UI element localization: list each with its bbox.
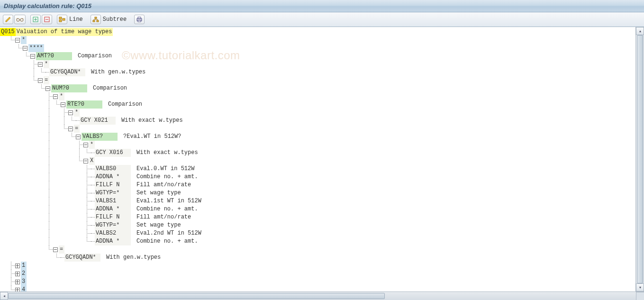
tree-row[interactable]: *	[0, 141, 635, 149]
tree-node-code[interactable]: ADDNA *	[95, 173, 131, 181]
tree-node-code[interactable]: GCY X021	[80, 117, 116, 125]
collapse-node-icon[interactable]	[53, 247, 58, 252]
expand-node-icon[interactable]	[15, 272, 20, 276]
scroll-track[interactable]	[8, 292, 636, 300]
tree-node-code[interactable]: VALBS0	[95, 165, 131, 173]
collapse-node-icon[interactable]	[53, 94, 58, 99]
scroll-down-button[interactable]: ▾	[636, 283, 644, 291]
tree-node-code[interactable]: GCYGQADN*	[64, 254, 100, 262]
tree-node-code[interactable]: WGTYP=*	[95, 221, 131, 229]
tree-node-code[interactable]: 1	[21, 262, 27, 270]
collapse-node-icon[interactable]	[30, 54, 35, 59]
subtree-button[interactable]	[91, 15, 101, 24]
expand-node-icon[interactable]	[15, 264, 20, 268]
collapse-node-icon[interactable]	[83, 159, 88, 164]
tree-row[interactable]: X	[0, 157, 635, 165]
tree-row[interactable]: FILLF N Fill amt/no/rate	[0, 213, 635, 221]
tree-row[interactable]: =	[0, 76, 635, 84]
collapse-button[interactable]	[42, 15, 52, 24]
tree-node-code[interactable]: AMT?0	[36, 52, 72, 60]
tree-row[interactable]: VALBS2 Eval.2nd WT in 512W	[0, 229, 635, 237]
tree-row[interactable]: ****	[0, 44, 635, 52]
tree-node-code[interactable]: VALBS2	[95, 229, 131, 237]
tree-row[interactable]: =	[0, 125, 635, 133]
collapse-node-icon[interactable]	[68, 110, 73, 115]
expand-node-icon[interactable]	[15, 280, 20, 284]
tree-node-code[interactable]: 4	[21, 286, 27, 291]
rule-id[interactable]: Q015	[0, 28, 16, 36]
tree-row[interactable]: *	[0, 109, 635, 117]
tree-row[interactable]: GCYGQADN* With gen.w.types	[0, 254, 635, 262]
tree-node-code[interactable]: *	[74, 109, 80, 117]
vertical-scrollbar[interactable]: ▴ ▾	[635, 27, 644, 291]
tree-row[interactable]: VALBS1 Eval.1st WT in 512W	[0, 197, 635, 205]
tree-node-code[interactable]: WGTYP=*	[95, 189, 131, 197]
tree-row[interactable]: ADDNA * Combine no. + amt.	[0, 205, 635, 213]
tree-node-code[interactable]: GCY X016	[95, 149, 131, 157]
horizontal-scrollbar[interactable]: ◂ ▸	[0, 291, 644, 300]
tree-node-code[interactable]: NUM?0	[51, 84, 87, 92]
tree-node-code[interactable]: ADDNA *	[95, 205, 131, 213]
collapse-node-icon[interactable]	[23, 46, 27, 51]
expand-button[interactable]	[30, 15, 41, 24]
scroll-thumb[interactable]	[637, 35, 643, 283]
collapse-node-icon[interactable]	[15, 38, 20, 43]
tree-row[interactable]: WGTYP=* Set wage type	[0, 189, 635, 197]
tree-row[interactable]: GCY X021 With exact w.types	[0, 117, 635, 125]
glasses-button[interactable]	[14, 15, 26, 24]
tree-row[interactable]: GCY X016 With exact w.types	[0, 149, 635, 157]
tree-node-code[interactable]: GCYGQADN*	[49, 68, 85, 76]
tree-node-code[interactable]: =	[74, 125, 80, 133]
line-button[interactable]	[57, 15, 67, 24]
tree-root-row[interactable]: Q015 Valuation of time wage types	[0, 28, 635, 36]
collapse-node-icon[interactable]	[45, 86, 50, 91]
tree-node-code[interactable]: =	[44, 76, 49, 84]
tree-node-code[interactable]: *	[44, 60, 49, 68]
collapse-node-icon[interactable]	[76, 135, 81, 139]
expand-node-icon[interactable]	[15, 288, 20, 292]
tree-node-code[interactable]: ADDNA *	[95, 237, 131, 245]
tree-row[interactable]: WGTYP=* Set wage type	[0, 221, 635, 229]
tree-node-code[interactable]: 3	[21, 278, 27, 286]
scroll-thumb[interactable]	[8, 293, 385, 299]
tree-row[interactable]: 4	[0, 286, 635, 291]
tree-row[interactable]: VALBS0 Eval.0.WT in 512W	[0, 165, 635, 173]
tree-node-code[interactable]: VALBS1	[95, 197, 131, 205]
scroll-track[interactable]	[636, 35, 644, 283]
tree-row[interactable]: *	[0, 92, 635, 100]
tree-node-code[interactable]: X	[89, 157, 95, 165]
tree-node-code[interactable]: ****	[28, 44, 44, 52]
tree-node-code[interactable]: =	[59, 245, 64, 254]
tree-node-code[interactable]: RTE?0	[66, 100, 102, 109]
tree-row[interactable]: ADDNA * Combine no. + amt.	[0, 237, 635, 245]
tree-node-code[interactable]: 2	[21, 270, 27, 278]
tree-node-code[interactable]: FILLF N	[95, 213, 131, 221]
collapse-node-icon[interactable]	[83, 143, 88, 147]
collapse-node-icon[interactable]	[38, 78, 43, 83]
collapse-node-icon[interactable]	[61, 102, 65, 107]
tree-node-code[interactable]: *	[89, 141, 95, 149]
tree-node-code[interactable]: VALBS?	[82, 133, 118, 141]
tree-row[interactable]: VALBS? ?Eval.WT in 512W?	[0, 133, 635, 141]
tree-row[interactable]: RTE?0 Comparison	[0, 100, 635, 109]
tree-node-code[interactable]: FILLF N	[95, 181, 131, 189]
collapse-node-icon[interactable]	[68, 127, 73, 131]
tree-row[interactable]: *	[0, 60, 635, 68]
tree-node-code[interactable]: *	[21, 36, 27, 44]
print-button[interactable]	[134, 15, 145, 24]
scroll-left-button[interactable]: ◂	[0, 292, 8, 300]
tree-row[interactable]: 2	[0, 270, 635, 278]
tree-row[interactable]: NUM?0 Comparison	[0, 84, 635, 92]
tree-row[interactable]: AMT?0 Comparison	[0, 52, 635, 60]
tree-row[interactable]: FILLF N Fill amt/no/rate	[0, 181, 635, 189]
tree-row[interactable]: ADDNA * Combine no. + amt.	[0, 173, 635, 181]
tree-node-code[interactable]: *	[59, 92, 64, 100]
tree-row[interactable]: *	[0, 36, 635, 44]
tree-row[interactable]: GCYGQADN* With gen.w.types	[0, 68, 635, 76]
collapse-node-icon[interactable]	[38, 62, 43, 67]
tree-row[interactable]: =	[0, 245, 635, 254]
tree-row[interactable]: 3	[0, 278, 635, 286]
tree-row[interactable]: 1	[0, 262, 635, 270]
scroll-up-button[interactable]: ▴	[636, 27, 644, 35]
edit-pencil-button[interactable]	[3, 15, 13, 24]
